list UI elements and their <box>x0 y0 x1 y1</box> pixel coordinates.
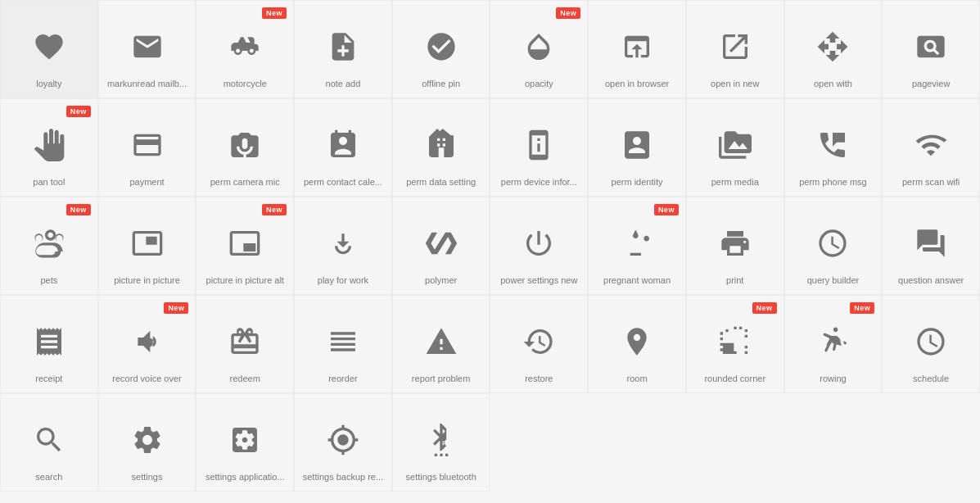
perm-device-infor-label: perm device infor... <box>501 176 577 188</box>
perm-camera-mic-icon <box>220 120 269 170</box>
icon-cell-note-add[interactable]: note add <box>294 0 392 98</box>
open-with-label: open with <box>814 78 852 89</box>
icon-cell-receipt[interactable]: receipt <box>0 295 98 393</box>
pageview-label: pageview <box>912 78 950 89</box>
badge-new: New <box>752 302 777 314</box>
search-icon <box>25 415 74 464</box>
icon-cell-restore[interactable]: restore <box>490 295 588 393</box>
perm-identity-label: perm identity <box>612 176 663 188</box>
pregnant-woman-label: pregnant woman <box>603 274 671 286</box>
picture-in-picture-alt-label: picture in picture alt <box>206 274 284 286</box>
badge-new: New <box>556 7 580 19</box>
pets-label: pets <box>40 274 57 286</box>
badge-new: New <box>654 204 679 215</box>
icon-cell-settings[interactable]: settings <box>98 393 196 492</box>
open-in-browser-icon <box>612 22 662 71</box>
icon-cell-reorder[interactable]: reorder <box>294 295 392 393</box>
polymer-label: polymer <box>425 274 457 286</box>
icon-cell-print[interactable]: print <box>686 197 784 295</box>
icon-cell-picture-in-picture-alt[interactable]: Newpicture in picture alt <box>196 197 294 295</box>
icon-cell-open-in-browser[interactable]: open in browser <box>588 0 686 98</box>
icon-cell-report-problem[interactable]: report problem <box>392 295 490 393</box>
icon-cell-payment[interactable]: payment <box>98 98 196 197</box>
badge-new: New <box>850 302 874 314</box>
pageview-icon <box>906 22 955 71</box>
open-in-new-icon <box>711 22 760 71</box>
icon-cell-pan-tool[interactable]: Newpan tool <box>0 98 98 197</box>
icon-cell-loyalty[interactable]: loyalty <box>0 0 98 98</box>
icon-cell-settings-applicatio[interactable]: settings applicatio... <box>196 393 294 492</box>
note-add-icon <box>318 22 368 71</box>
icon-cell-perm-media[interactable]: perm media <box>686 98 784 197</box>
icon-cell-pageview[interactable]: pageview <box>882 0 980 98</box>
report-problem-icon <box>417 317 466 366</box>
icon-cell-pets[interactable]: Newpets <box>0 197 98 295</box>
print-label: print <box>726 274 743 286</box>
icon-cell-picture-in-picture[interactable]: picture in picture <box>98 197 196 295</box>
receipt-icon <box>25 317 74 366</box>
pan-tool-icon <box>25 120 74 170</box>
power-settings-new-icon <box>514 219 563 268</box>
search-label: search <box>35 471 62 483</box>
icon-cell-motorcycle[interactable]: Newmotorcycle <box>196 0 294 98</box>
icon-cell-search[interactable]: search <box>0 393 98 492</box>
badge-new: New <box>66 106 91 117</box>
perm-contact-cale-label: perm contact cale... <box>304 176 382 188</box>
icon-cell-offline-pin[interactable]: offline pin <box>392 0 490 98</box>
schedule-label: schedule <box>913 373 949 384</box>
icon-cell-settings-bluetooth[interactable]: settings bluetooth <box>392 393 490 492</box>
icon-cell-opacity[interactable]: Newopacity <box>490 0 588 98</box>
perm-scan-wifi-icon <box>906 120 955 170</box>
icon-cell-question-answer[interactable]: question answer <box>882 197 980 295</box>
pets-icon <box>25 219 74 268</box>
icon-cell-perm-camera-mic[interactable]: perm camera mic <box>196 98 294 197</box>
rowing-label: rowing <box>820 373 846 384</box>
payment-label: payment <box>129 176 164 188</box>
icon-cell-rounded-corner[interactable]: Newrounded corner <box>686 295 784 393</box>
icon-cell-query-builder[interactable]: query builder <box>784 197 883 295</box>
settings-backup-re-label: settings backup re... <box>303 471 383 483</box>
polymer-icon <box>417 219 466 268</box>
loyalty-icon <box>25 22 74 71</box>
icon-cell-rowing[interactable]: Newrowing <box>784 295 883 393</box>
perm-data-setting-label: perm data setting <box>406 176 476 188</box>
icon-cell-perm-contact-cale[interactable]: perm contact cale... <box>294 98 392 197</box>
pan-tool-label: pan tool <box>33 176 65 188</box>
motorcycle-icon <box>220 22 269 71</box>
opacity-label: opacity <box>525 78 553 89</box>
icon-cell-play-for-work[interactable]: play for work <box>294 197 392 295</box>
rowing-icon <box>808 317 857 366</box>
perm-contact-cale-icon <box>318 120 368 170</box>
icon-cell-power-settings-new[interactable]: power settings new <box>490 197 588 295</box>
icon-cell-open-with[interactable]: open with <box>784 0 883 98</box>
redeem-icon <box>220 317 269 366</box>
room-label: room <box>627 373 648 384</box>
picture-in-picture-alt-icon <box>220 219 269 268</box>
picture-in-picture-icon <box>123 219 172 268</box>
icon-cell-room[interactable]: room <box>588 295 686 393</box>
icon-cell-markunread-mailb[interactable]: markunread mailb... <box>98 0 196 98</box>
badge-new: New <box>262 204 287 215</box>
icon-cell-schedule[interactable]: schedule <box>882 295 980 393</box>
markunread-mailb-icon <box>123 22 172 71</box>
icon-cell-settings-backup-re[interactable]: settings backup re... <box>294 393 392 492</box>
print-icon <box>711 219 760 268</box>
icon-cell-redeem[interactable]: redeem <box>196 295 294 393</box>
icon-cell-perm-data-setting[interactable]: perm data setting <box>392 98 490 197</box>
icon-cell-pregnant-woman[interactable]: Newpregnant woman <box>588 197 686 295</box>
icon-cell-perm-scan-wifi[interactable]: perm scan wifi <box>882 98 980 197</box>
icon-cell-perm-identity[interactable]: perm identity <box>588 98 686 197</box>
settings-backup-re-icon <box>318 415 368 464</box>
icon-cell-record-voice-over[interactable]: Newrecord voice over <box>98 295 196 393</box>
icon-cell-open-in-new[interactable]: open in new <box>686 0 784 98</box>
badge-new: New <box>262 7 287 19</box>
badge-new: New <box>164 302 188 314</box>
note-add-label: note add <box>326 78 361 89</box>
settings-applicatio-label: settings applicatio... <box>205 471 285 483</box>
icon-cell-polymer[interactable]: polymer <box>392 197 490 295</box>
badge-new: New <box>66 204 91 215</box>
settings-icon <box>123 415 172 464</box>
receipt-label: receipt <box>35 373 62 384</box>
icon-cell-perm-phone-msg[interactable]: perm phone msg <box>784 98 883 197</box>
icon-cell-perm-device-infor[interactable]: perm device infor... <box>490 98 588 197</box>
